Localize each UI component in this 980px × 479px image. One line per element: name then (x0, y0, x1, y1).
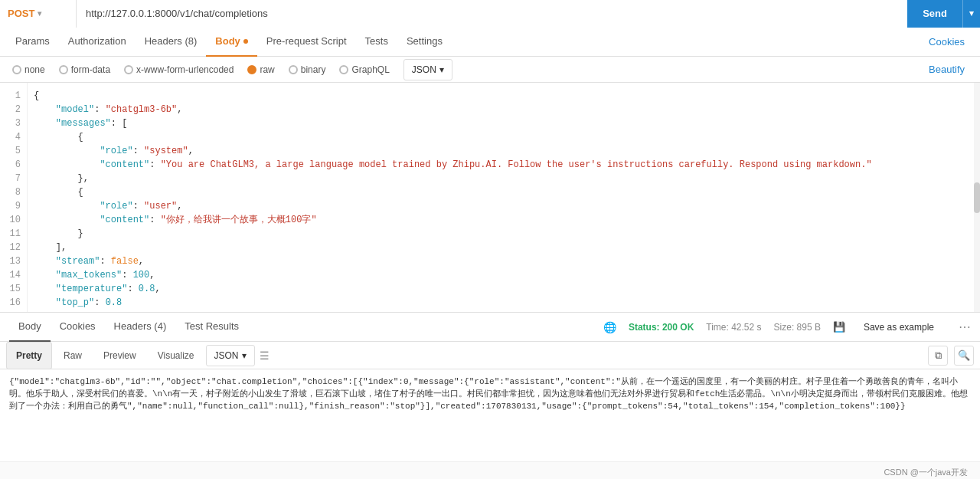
response-icons: ⧉ 🔍 (928, 346, 974, 366)
radio-circle-graphql (339, 65, 348, 74)
radio-circle-urlencoded (124, 65, 133, 74)
radio-circle-raw (247, 65, 256, 74)
view-tab-raw[interactable]: Raw (54, 342, 92, 369)
radio-circle-form-data (59, 65, 68, 74)
copy-response-button[interactable]: ⧉ (928, 346, 948, 366)
radio-circle-binary (289, 65, 298, 74)
url-input[interactable] (77, 0, 907, 28)
radio-raw[interactable]: raw (241, 64, 280, 75)
tab-settings[interactable]: Settings (397, 28, 452, 57)
save-as-example-button[interactable]: Save as example (858, 322, 940, 333)
send-button[interactable]: Send ▾ (907, 0, 980, 28)
resp-tab-body[interactable]: Body (9, 313, 51, 342)
radio-form-data[interactable]: form-data (53, 64, 116, 75)
radio-graphql[interactable]: GraphQL (333, 64, 395, 75)
tab-tests[interactable]: Tests (356, 28, 397, 57)
response-header: Body Cookies Headers (4) Test Results 🌐 … (0, 313, 980, 342)
response-status-area: 🌐 Status: 200 OK Time: 42.52 s Size: 895… (603, 320, 971, 334)
chevron-resp-json-icon: ▾ (242, 350, 247, 361)
search-response-button[interactable]: 🔍 (954, 346, 974, 366)
view-tab-visualize[interactable]: Visualize (148, 342, 204, 369)
cookies-link[interactable]: Cookies (920, 36, 974, 48)
footer-label: CSDN @一个java开发 (884, 467, 968, 478)
tab-headers[interactable]: Headers (8) (136, 28, 207, 57)
response-size: Size: 895 B (774, 322, 821, 333)
chevron-json-icon: ▾ (439, 64, 444, 75)
body-dot-indicator (243, 39, 248, 44)
response-json-dropdown[interactable]: JSON ▾ (206, 345, 255, 366)
json-format-dropdown[interactable]: JSON ▾ (403, 59, 452, 80)
status-ok: Status: 200 OK (629, 322, 694, 333)
radio-urlencoded[interactable]: x-www-form-urlencoded (118, 64, 240, 75)
body-type-row: none form-data x-www-form-urlencoded raw… (0, 57, 980, 83)
tab-body[interactable]: Body (206, 28, 257, 57)
code-editor: 1234567891011121314151617 { "model": "ch… (0, 83, 980, 313)
request-tabs: Params Authorization Headers (8) Body Pr… (0, 28, 980, 57)
radio-none[interactable]: none (6, 64, 51, 75)
send-label: Send (907, 8, 962, 19)
beautify-button[interactable]: Beautify (920, 64, 974, 75)
footer: CSDN @一个java开发 (0, 461, 980, 479)
line-numbers: 1234567891011121314151617 (0, 83, 28, 312)
tab-params[interactable]: Params (6, 28, 59, 57)
url-bar: POST ▾ Send ▾ (0, 0, 980, 28)
method-dropdown[interactable]: POST ▾ (0, 0, 77, 28)
more-options-icon[interactable]: ⋯ (959, 320, 971, 334)
response-view-row: Pretty Raw Preview Visualize JSON ▾ ☰ ⧉ … (0, 342, 980, 369)
method-text: POST (8, 8, 34, 19)
response-body: {"model":"chatglm3-6b","id":"","object":… (0, 369, 980, 461)
view-tab-preview[interactable]: Preview (93, 342, 146, 369)
resp-tab-cookies[interactable]: Cookies (51, 313, 105, 342)
view-tab-pretty[interactable]: Pretty (6, 342, 52, 369)
resp-tab-test-results[interactable]: Test Results (175, 313, 248, 342)
radio-binary[interactable]: binary (283, 64, 332, 75)
code-content[interactable]: { "model": "chatglm3-6b", "messages": [ … (28, 83, 980, 312)
resp-tab-headers[interactable]: Headers (4) (105, 313, 176, 342)
globe-icon: 🌐 (603, 321, 616, 333)
save-icon: 💾 (833, 321, 845, 333)
chevron-down-icon: ▾ (38, 9, 41, 18)
radio-circle-none (12, 65, 21, 74)
send-arrow-icon[interactable]: ▾ (962, 0, 980, 28)
tab-authorization[interactable]: Authorization (59, 28, 136, 57)
tab-pre-request[interactable]: Pre-request Script (257, 28, 356, 57)
response-time: Time: 42.52 s (706, 322, 761, 333)
response-tabs: Body Cookies Headers (4) Test Results (9, 313, 248, 342)
filter-icon[interactable]: ☰ (260, 349, 270, 362)
